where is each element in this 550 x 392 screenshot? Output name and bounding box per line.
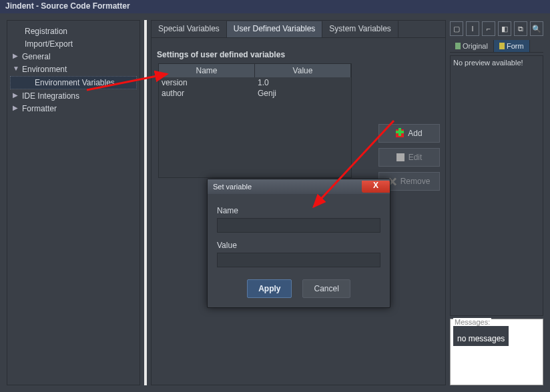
messages-label: Messages: [453,318,491,326]
plus-icon [396,129,404,137]
tree-environment[interactable]: ▼Environment [10,63,137,75]
window-titlebar: Jindent - Source Code Formatter [0,0,550,13]
tree-registration[interactable]: Registration [10,25,137,37]
cancel-button[interactable]: Cancel [302,279,350,298]
table-row[interactable]: author Genji [159,88,351,99]
toolbar-button-5[interactable]: ⧉ [514,21,527,36]
variables-table: Name Value version 1.0 author Genji [158,63,352,178]
messages-content: no messages [453,326,509,346]
tree-general[interactable]: ▶General [10,51,137,63]
cell-name: version [159,77,255,88]
preview-tabs: Original Form [450,40,543,53]
chevron-right-icon: ▶ [13,52,18,59]
dialog-title: Set variable [213,183,252,191]
chevron-right-icon: ▶ [13,104,18,111]
window-title: Jindent - Source Code Formatter [5,1,130,11]
section-title: Settings of user defined variables [152,38,445,62]
column-header-name[interactable]: Name [159,64,255,77]
apply-button[interactable]: Apply [247,279,292,298]
chevron-down-icon: ▼ [13,65,19,72]
toolbar-button-2[interactable]: I [466,21,479,36]
edit-button[interactable]: Edit [378,148,440,167]
preview-area: No preview available! [450,55,543,316]
column-header-value[interactable]: Value [255,64,351,77]
no-preview-text: No preview available! [453,59,523,67]
value-label: Value [217,241,380,250]
preview-toolbar: ▢ I ⌐ ◧ ⧉ 🔍 [450,20,543,37]
tab-form[interactable]: Form [494,40,530,52]
chevron-right-icon: ▶ [13,91,18,99]
edit-icon [396,153,404,161]
name-label: Name [217,206,380,215]
tab-user-defined-variables[interactable]: User Defined Variables [227,21,323,37]
doc-icon [499,43,505,49]
tab-bar: Special Variables User Defined Variables… [152,21,445,38]
dialog-body: Name Value Apply Cancel [208,194,390,307]
toolbar-button-3[interactable]: ⌐ [482,21,495,36]
right-panel: ▢ I ⌐ ◧ ⧉ 🔍 Original Form No preview ava… [450,20,543,385]
table-body[interactable]: version 1.0 author Genji [159,77,351,177]
nav-tree: Registration Import/Export ▶General ▼Env… [7,20,140,385]
splitter[interactable] [144,20,147,385]
cell-name: author [159,88,255,99]
cell-value: 1.0 [255,77,351,88]
toolbar-button-zoom[interactable]: 🔍 [530,21,543,36]
toolbar-button-1[interactable]: ▢ [450,21,463,36]
tab-special-variables[interactable]: Special Variables [152,21,227,37]
tree-environment-variables[interactable]: Environment Variables [10,76,137,89]
tree-ide-integrations[interactable]: ▶IDE Integrations [10,90,137,102]
toolbar-button-4[interactable]: ◧ [498,21,511,36]
value-input[interactable] [217,253,380,267]
messages-panel: Messages: no messages [450,319,543,385]
close-icon: X [373,181,378,190]
tab-system-variables[interactable]: System Variables [322,21,398,37]
dialog-titlebar[interactable]: Set variable X [208,179,390,194]
cell-value: Genji [255,88,351,99]
add-button[interactable]: Add [378,124,440,143]
tree-import-export[interactable]: Import/Export [10,38,137,50]
close-button[interactable]: X [362,181,390,193]
tab-original[interactable]: Original [450,40,494,52]
table-row[interactable]: version 1.0 [159,77,351,88]
tree-formatter[interactable]: ▶Formatter [10,103,137,115]
name-input[interactable] [217,218,380,233]
doc-icon [455,43,461,49]
set-variable-dialog: Set variable X Name Value Apply Cancel [207,179,390,308]
